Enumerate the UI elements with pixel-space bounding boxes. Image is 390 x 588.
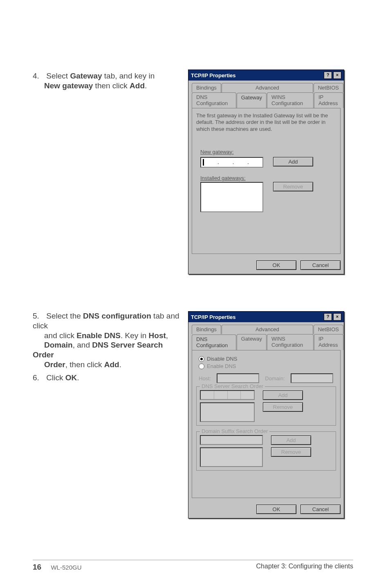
tab-ip-address[interactable]: IP Address: [314, 92, 343, 108]
tab-dns-configuration[interactable]: DNS Configuration: [192, 92, 236, 108]
tab-gateway[interactable]: Gateway: [237, 93, 267, 108]
step-6-text: 6. Click OK.: [33, 373, 184, 383]
dialog-gateway: TCP/IP Properties ? × Bindings Advanced …: [188, 70, 344, 274]
remove-button[interactable]: Remove: [271, 447, 311, 457]
chapter-title: Chapter 3: Configuring the clients: [256, 563, 353, 572]
radio-disable-dns[interactable]: Disable DNS: [199, 356, 336, 362]
tab-advanced[interactable]: Advanced: [222, 325, 313, 334]
remove-button[interactable]: Remove: [263, 402, 303, 412]
help-icon[interactable]: ?: [324, 313, 332, 321]
installed-gateways-label: Installed gateways:: [200, 175, 336, 181]
page-number: 16: [33, 563, 49, 572]
titlebar: TCP/IP Properties ? ×: [188, 70, 344, 81]
dialog-dns: TCP/IP Properties ? × Bindings Advanced …: [188, 311, 344, 518]
tab-ip-address[interactable]: IP Address: [314, 334, 343, 350]
tab-row-2: DNS Configuration Gateway WINS Configura…: [188, 334, 344, 350]
tab-row-1: Bindings Advanced NetBIOS: [188, 81, 344, 92]
tab-advanced[interactable]: Advanced: [222, 83, 313, 92]
tab-bindings[interactable]: Bindings: [192, 83, 221, 92]
dialog-title: TCP/IP Properties: [191, 314, 236, 320]
cancel-button[interactable]: Cancel: [300, 505, 341, 514]
tab-wins-configuration[interactable]: WINS Configuration: [267, 334, 314, 350]
tab-bindings[interactable]: Bindings: [192, 325, 221, 334]
tab-dns-configuration[interactable]: DNS Configuration: [192, 334, 236, 350]
domain-suffix-input[interactable]: [200, 435, 263, 445]
close-icon[interactable]: ×: [333, 72, 341, 79]
installed-gateways-list[interactable]: [200, 182, 263, 212]
tab-wins-configuration[interactable]: WINS Configuration: [267, 92, 314, 108]
add-button[interactable]: Add: [271, 435, 311, 445]
step-4-text: 4. Select Gateway tab, and key in New ga…: [33, 71, 184, 91]
help-icon[interactable]: ?: [324, 72, 332, 79]
gateway-info-text: The first gateway in the Installed Gatew…: [196, 112, 336, 132]
dns-server-input[interactable]: [200, 390, 255, 400]
new-gateway-input[interactable]: . . .: [200, 157, 263, 168]
step-4-number: 4.: [33, 71, 44, 81]
titlebar: TCP/IP Properties ? ×: [188, 312, 344, 322]
step-5-number: 5.: [33, 311, 44, 321]
new-gateway-label: New gateway:: [200, 149, 336, 155]
step-5-text: 5. Select the DNS configuration tab and …: [33, 311, 184, 370]
step-6-number: 6.: [33, 373, 44, 383]
ok-button[interactable]: OK: [256, 260, 296, 270]
close-icon[interactable]: ×: [333, 313, 341, 321]
dialog-title: TCP/IP Properties: [191, 72, 236, 79]
host-label: Host:: [199, 375, 211, 382]
ok-button[interactable]: OK: [256, 505, 296, 514]
page-footer: 16 WL-520GU Chapter 3: Configuring the c…: [0, 560, 390, 572]
add-button[interactable]: Add: [273, 157, 313, 166]
domain-label: Domain:: [265, 375, 285, 382]
domain-suffix-list[interactable]: [200, 447, 263, 467]
host-input[interactable]: [217, 373, 259, 383]
dns-server-list[interactable]: [200, 402, 255, 422]
add-button[interactable]: Add: [263, 391, 303, 400]
radio-enable-dns[interactable]: Enable DNS: [199, 363, 336, 369]
tab-netbios[interactable]: NetBIOS: [314, 325, 343, 334]
remove-button[interactable]: Remove: [273, 182, 313, 191]
dns-server-search-order-group: DNS Server Search Order Add Remove: [196, 386, 336, 426]
tab-gateway[interactable]: Gateway: [237, 334, 267, 350]
domain-suffix-search-order-group: Domain Suffix Search Order Add Remove: [196, 431, 336, 471]
tab-row-1: Bindings Advanced NetBIOS: [188, 322, 344, 334]
domain-input[interactable]: [291, 373, 333, 383]
tab-row-2: DNS Configuration Gateway WINS Configura…: [188, 92, 344, 108]
cancel-button[interactable]: Cancel: [300, 260, 341, 270]
tab-netbios[interactable]: NetBIOS: [314, 83, 343, 92]
model-name: WL-520GU: [51, 564, 81, 571]
